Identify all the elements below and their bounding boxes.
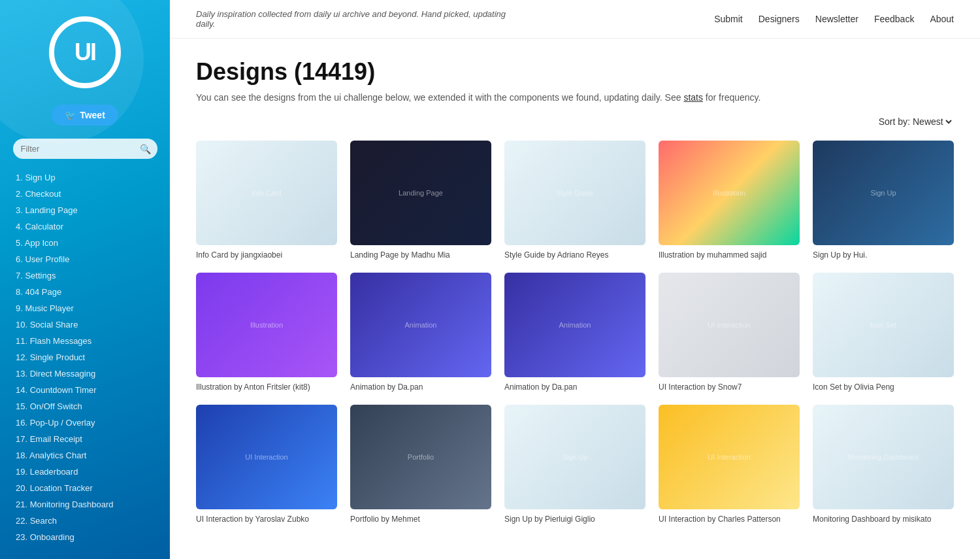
header-tagline: Daily inspiration collected from daily u…	[196, 9, 523, 29]
design-card-label: Landing Page by Madhu Mia	[350, 250, 491, 260]
sidebar-nav-item[interactable]: 18. Analytics Chart	[7, 447, 163, 464]
design-card-image: Animation	[350, 273, 491, 377]
sidebar-nav-item[interactable]: 10. Social Share	[7, 316, 163, 333]
design-card-image: Info Card	[196, 141, 337, 245]
design-card-label: Animation by Da.pan	[504, 382, 645, 392]
design-card-label: Animation by Da.pan	[350, 382, 491, 392]
design-card-label: UI Interaction by Charles Patterson	[659, 515, 800, 524]
design-card-image: Portfolio	[350, 405, 491, 509]
sidebar-nav-item[interactable]: 19. Leaderboard	[7, 464, 163, 480]
twitter-icon: 🐦	[65, 110, 76, 120]
design-card-image: Monitoring Dashboard	[813, 405, 954, 509]
sidebar: UI 🐦 Tweet 🔍 1. Sign Up2. Checkout3. Lan…	[0, 0, 170, 559]
design-card-image: Illustration	[659, 141, 800, 245]
sidebar-nav-item[interactable]: 12. Single Product	[7, 349, 163, 365]
sidebar-nav-item[interactable]: 11. Flash Messages	[7, 333, 163, 349]
filter-container: 🔍	[13, 139, 157, 159]
sidebar-nav-item[interactable]: 4. Calculator	[7, 218, 163, 235]
header-nav-link[interactable]: Newsletter	[815, 14, 858, 24]
design-card[interactable]: Icon SetIcon Set by Olivia Peng	[813, 273, 954, 392]
sort-label: Sort by:	[879, 116, 910, 127]
design-card-label: UI Interaction by Yaroslav Zubko	[196, 515, 337, 524]
sidebar-nav-item[interactable]: 8. 404 Page	[7, 284, 163, 300]
design-card[interactable]: UI InteractionUI Interaction by Snow7	[659, 273, 800, 392]
sidebar-nav-item[interactable]: 13. Direct Messaging	[7, 365, 163, 382]
design-card-image: Sign Up	[504, 405, 645, 509]
design-card[interactable]: Sign UpSign Up by Pierluigi Giglio	[504, 405, 645, 524]
design-card-image: Style Guide	[504, 141, 645, 245]
design-card[interactable]: AnimationAnimation by Da.pan	[504, 273, 645, 392]
tweet-label: Tweet	[80, 110, 105, 120]
sidebar-nav-item[interactable]: 24. Boarding Pass	[7, 545, 163, 549]
design-card-label: Sign Up by Hui.	[813, 250, 954, 260]
nav-list: 1. Sign Up2. Checkout3. Landing Page4. C…	[0, 169, 170, 549]
header-nav-link[interactable]: Feedback	[874, 14, 914, 24]
design-card[interactable]: IllustrationIllustration by Anton Fritsl…	[196, 273, 337, 392]
sidebar-nav-item[interactable]: 21. Monitoring Dashboard	[7, 496, 163, 513]
design-card-label: UI Interaction by Snow7	[659, 382, 800, 392]
design-card[interactable]: IllustrationIllustration by muhammed saj…	[659, 141, 800, 260]
sort-bar: Sort by: Newest	[196, 116, 954, 127]
page-title: Designs (14419)	[196, 58, 954, 86]
design-card-label: Illustration by muhammed sajid	[659, 250, 800, 260]
header: Daily inspiration collected from daily u…	[170, 0, 980, 39]
sidebar-nav-item[interactable]: 5. App Icon	[7, 235, 163, 251]
designs-grid: Info CardInfo Card by jiangxiaobeiLandin…	[196, 141, 954, 524]
header-nav-link[interactable]: About	[930, 14, 954, 24]
design-card-image: Animation	[504, 273, 645, 377]
design-card-label: Info Card by jiangxiaobei	[196, 250, 337, 260]
stats-link[interactable]: stats	[683, 92, 703, 103]
design-card-image: UI Interaction	[659, 405, 800, 509]
sidebar-nav-item[interactable]: 6. User Profile	[7, 251, 163, 267]
design-card-image: Sign Up	[813, 141, 954, 245]
sidebar-nav-item[interactable]: 17. Email Receipt	[7, 431, 163, 447]
sidebar-nav-item[interactable]: 7. Settings	[7, 267, 163, 284]
logo-ring: UI	[49, 16, 121, 88]
sidebar-nav-item[interactable]: 16. Pop-Up / Overlay	[7, 415, 163, 431]
sort-select[interactable]: Newest	[910, 116, 954, 127]
logo-text: UI	[74, 39, 95, 66]
header-nav-link[interactable]: Designers	[759, 14, 800, 24]
sidebar-nav-item[interactable]: 23. Onboarding	[7, 529, 163, 545]
sidebar-nav-item[interactable]: 22. Search	[7, 513, 163, 529]
sidebar-nav-item[interactable]: 9. Music Player	[7, 300, 163, 316]
header-nav-link[interactable]: Submit	[714, 14, 743, 24]
design-card-image: Landing Page	[350, 141, 491, 245]
tweet-button[interactable]: 🐦 Tweet	[52, 105, 118, 126]
design-card-label: Sign Up by Pierluigi Giglio	[504, 515, 645, 524]
design-card[interactable]: Style GuideStyle Guide by Adriano Reyes	[504, 141, 645, 260]
content: Designs (14419) You can see the designs …	[170, 39, 980, 543]
logo: UI	[46, 13, 124, 92]
design-card[interactable]: Landing PageLanding Page by Madhu Mia	[350, 141, 491, 260]
sidebar-nav-item[interactable]: 14. Countdown Timer	[7, 382, 163, 398]
design-card[interactable]: Info CardInfo Card by jiangxiaobei	[196, 141, 337, 260]
design-card-label: Icon Set by Olivia Peng	[813, 382, 954, 392]
design-card[interactable]: UI InteractionUI Interaction by Charles …	[659, 405, 800, 524]
header-nav: SubmitDesignersNewsletterFeedbackAbout	[714, 14, 954, 24]
design-card-label: Portfolio by Mehmet	[350, 515, 491, 524]
design-card[interactable]: PortfolioPortfolio by Mehmet	[350, 405, 491, 524]
sidebar-nav-item[interactable]: 1. Sign Up	[7, 169, 163, 186]
design-card-label: Style Guide by Adriano Reyes	[504, 250, 645, 260]
sidebar-nav-item[interactable]: 20. Location Tracker	[7, 480, 163, 496]
design-card-image: Illustration	[196, 273, 337, 377]
design-card-image: UI Interaction	[659, 273, 800, 377]
design-card-image: Icon Set	[813, 273, 954, 377]
search-icon: 🔍	[140, 144, 151, 154]
design-card[interactable]: AnimationAnimation by Da.pan	[350, 273, 491, 392]
design-card[interactable]: Monitoring DashboardMonitoring Dashboard…	[813, 405, 954, 524]
design-card-label: Illustration by Anton Fritsler (kit8)	[196, 382, 337, 392]
sidebar-nav-item[interactable]: 3. Landing Page	[7, 202, 163, 218]
design-card-label: Monitoring Dashboard by misikato	[813, 515, 954, 524]
design-card-image: UI Interaction	[196, 405, 337, 509]
filter-input[interactable]	[13, 139, 157, 159]
design-card[interactable]: Sign UpSign Up by Hui.	[813, 141, 954, 260]
sidebar-nav-item[interactable]: 2. Checkout	[7, 186, 163, 202]
main-area: Daily inspiration collected from daily u…	[170, 0, 980, 559]
sidebar-nav-item[interactable]: 15. On/Off Switch	[7, 398, 163, 415]
design-card[interactable]: UI InteractionUI Interaction by Yaroslav…	[196, 405, 337, 524]
page-subtitle: You can see the designs from the ui chal…	[196, 92, 954, 103]
